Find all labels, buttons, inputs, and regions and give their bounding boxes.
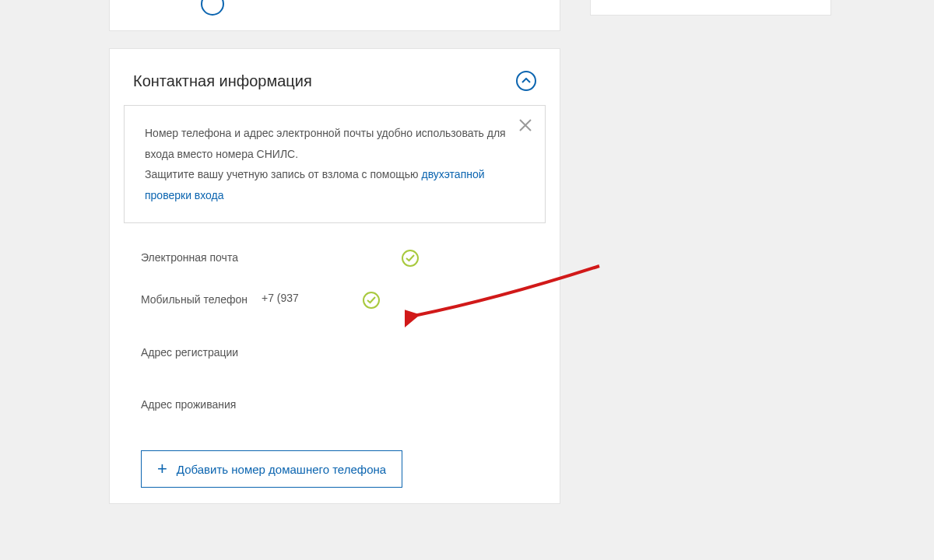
field-living-address[interactable]: Адрес проживания — [110, 373, 560, 425]
previous-card-fragment — [109, 0, 560, 31]
hint-close-button[interactable] — [517, 117, 534, 134]
field-registration-address[interactable]: Адрес регистрации — [110, 321, 560, 373]
field-label-reg-addr: Адрес регистрации — [141, 345, 238, 361]
plus-icon: + — [157, 460, 167, 478]
verified-icon — [402, 250, 419, 267]
collapse-button[interactable] — [516, 71, 536, 91]
add-home-phone-label: Добавить номер домашнего телефона — [177, 463, 386, 476]
add-home-phone-button[interactable]: + Добавить номер домашнего телефона — [141, 450, 402, 488]
close-icon — [517, 117, 534, 134]
field-label-mobile: Мобильный телефон — [141, 292, 262, 308]
field-mobile[interactable]: Мобильный телефон +7 (937 — [110, 279, 560, 321]
hint-box: Номер телефона и адрес электронной почты… — [124, 105, 546, 223]
field-label-live-addr: Адрес проживания — [141, 397, 236, 413]
field-label-email: Электронная почта — [141, 250, 262, 266]
field-status-email — [402, 250, 425, 267]
field-email[interactable]: Электронная почта — [110, 237, 560, 279]
sidebar-card-fragment — [590, 0, 831, 16]
hint-line-2: Защитите вашу учетную запись от взлома с… — [145, 164, 506, 205]
contact-info-card: Контактная информация Номер телефона и а… — [109, 48, 560, 504]
hint-line-1: Номер телефона и адрес электронной почты… — [145, 123, 506, 164]
section-header: Контактная информация — [110, 49, 560, 105]
section-title: Контактная информация — [133, 72, 312, 90]
field-status-mobile — [363, 292, 386, 309]
chevron-up-icon — [521, 78, 531, 84]
verified-icon — [363, 292, 380, 309]
